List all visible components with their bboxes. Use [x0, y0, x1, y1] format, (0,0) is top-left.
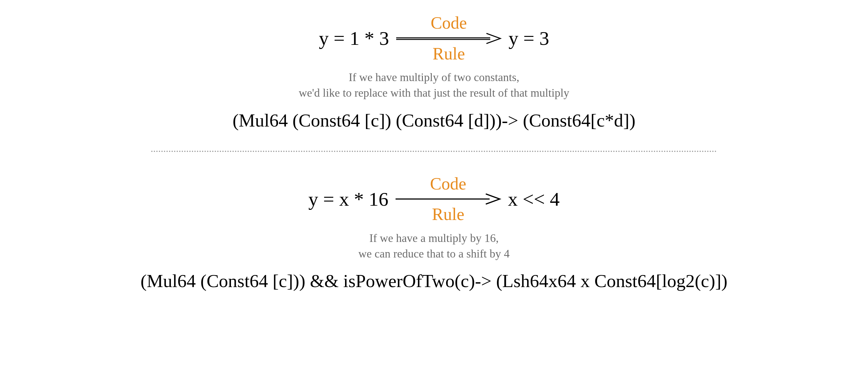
rule-label-1: Rule: [433, 45, 465, 63]
code-label-2: Code: [430, 175, 466, 193]
rule-expression-1: (Mul64 (Const64 [c]) (Const64 [d]))-> (C…: [232, 110, 636, 131]
code-label-1: Code: [431, 14, 467, 32]
rhs-expression-1: y = 3: [509, 27, 549, 50]
transformation-row-1: y = 1 * 3 Code Rule y = 3: [319, 14, 549, 63]
lhs-expression-2: y = x * 16: [309, 188, 389, 210]
arrow-icon: [395, 31, 503, 46]
transformation-row-2: y = x * 16 Code Rule x << 4: [309, 175, 560, 224]
arrow-icon: [394, 192, 502, 206]
section-divider: [151, 151, 717, 152]
arrow-block-1: Code Rule: [395, 14, 503, 63]
rewrite-rule-section-2: y = x * 16 Code Rule x << 4 If we have a…: [0, 172, 868, 292]
description-2: If we have a multiply by 16, we can redu…: [359, 230, 509, 261]
arrow-block-2: Code Rule: [394, 175, 502, 224]
description-1: If we have multiply of two constants, we…: [299, 69, 569, 101]
rewrite-rule-section-1: y = 1 * 3 Code Rule y = 3 If we have mul…: [0, 0, 868, 131]
lhs-expression-1: y = 1 * 3: [319, 27, 389, 50]
rule-label-2: Rule: [432, 205, 465, 224]
rhs-expression-2: x << 4: [508, 188, 560, 210]
rule-expression-2: (Mul64 (Const64 [c])) && isPowerOfTwo(c)…: [141, 270, 727, 291]
